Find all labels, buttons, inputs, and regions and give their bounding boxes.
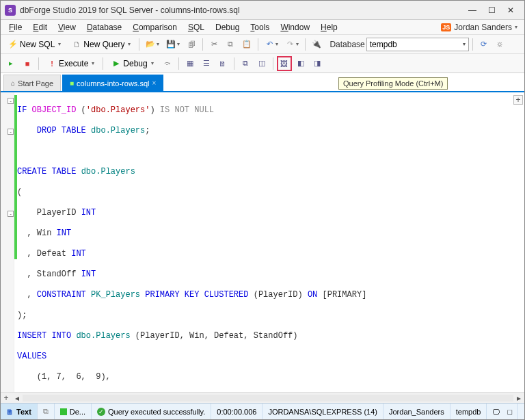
- maximize-button[interactable]: ☐: [482, 3, 501, 17]
- play-green-icon: ▶: [111, 59, 121, 68]
- status-connection[interactable]: De...: [55, 404, 92, 419]
- step-over-button[interactable]: ⤼: [160, 56, 175, 71]
- scroll-plus-icon[interactable]: +: [1, 393, 12, 403]
- scroll-left-icon[interactable]: ◂: [12, 393, 23, 403]
- paste-button[interactable]: 📋: [239, 37, 254, 52]
- tooltip: Query Profiling Mode (Ctrl+M): [338, 77, 448, 90]
- status-view-toggle[interactable]: 🖵 □: [487, 404, 518, 419]
- menu-edit[interactable]: Edit: [27, 21, 53, 34]
- menu-bar: File Edit View Database Comparison SQL D…: [1, 20, 524, 35]
- monitor-icon: 🖵: [492, 408, 500, 416]
- scissors-icon: ✂: [209, 40, 219, 49]
- include-stats-button[interactable]: ◫: [254, 56, 269, 71]
- status-message: ✓Query executed successfully.: [92, 404, 211, 419]
- execute-button[interactable]: !Execute: [42, 56, 99, 71]
- trace-button[interactable]: ◧: [293, 56, 308, 71]
- stop-button[interactable]: ■: [20, 56, 35, 71]
- menu-sql[interactable]: SQL: [183, 21, 210, 34]
- status-mode[interactable]: 🗎Text: [1, 404, 38, 419]
- results-to-grid-button[interactable]: ▦: [183, 56, 198, 71]
- app-icon: S: [5, 5, 16, 16]
- trace2-button[interactable]: ◨: [310, 56, 325, 71]
- menu-debug[interactable]: Debug: [210, 21, 245, 34]
- grid-icon: ▦: [185, 59, 195, 68]
- step-icon: ⤼: [163, 59, 172, 68]
- user-name: Jordan Sanders: [454, 23, 512, 32]
- plan-icon: ⧉: [241, 59, 250, 68]
- green-square-icon: [60, 408, 67, 415]
- menu-help[interactable]: Help: [315, 21, 343, 34]
- new-query-button[interactable]: 🗋New Query: [67, 37, 135, 52]
- execute-icon: !: [47, 59, 57, 68]
- tool-misc-button[interactable]: ⛭: [493, 37, 508, 52]
- folder-open-icon: 📂: [146, 40, 155, 49]
- new-sql-button[interactable]: ⚡New SQL: [3, 37, 66, 52]
- fold-toggle[interactable]: -: [8, 129, 14, 135]
- add-pane-button[interactable]: +: [513, 95, 523, 105]
- copy-button[interactable]: ⧉: [223, 37, 238, 52]
- copy-icon: ⧉: [226, 40, 235, 49]
- undo-button[interactable]: ↶: [262, 37, 281, 52]
- open-button[interactable]: 📂: [143, 37, 162, 52]
- menu-tools[interactable]: Tools: [245, 21, 275, 34]
- database-label: Database: [329, 40, 364, 49]
- status-login: Jordan_Sanders: [383, 404, 450, 419]
- tab-start-page[interactable]: ⌂Start Page: [3, 75, 61, 91]
- document-tabs: ⌂Start Page ■columns-into-rows.sql× Quer…: [1, 73, 524, 92]
- results-to-file-button[interactable]: 🗎: [215, 56, 230, 71]
- menu-database[interactable]: Database: [81, 21, 127, 34]
- menu-window[interactable]: Window: [275, 21, 315, 34]
- minimize-button[interactable]: —: [463, 3, 482, 17]
- status-conn-indicator[interactable]: ⧉: [38, 404, 55, 419]
- tab-active-file[interactable]: ■columns-into-rows.sql×: [62, 75, 163, 91]
- check-icon: ✓: [97, 408, 105, 416]
- paste-icon: 📋: [242, 40, 252, 49]
- title-bar: S dbForge Studio 2019 for SQL Server - c…: [1, 1, 524, 20]
- user-account[interactable]: JS Jordan Sanders ▾: [437, 23, 522, 32]
- status-server: JORDANSA\SQLEXPRESS (14): [262, 404, 383, 419]
- text-icon: ☰: [202, 59, 211, 68]
- gear-icon: ⛭: [496, 40, 505, 49]
- scroll-track[interactable]: [23, 395, 513, 402]
- close-button[interactable]: ✕: [501, 3, 520, 17]
- cut-button[interactable]: ✂: [206, 37, 221, 52]
- include-plan-button[interactable]: ⧉: [238, 56, 253, 71]
- menu-view[interactable]: View: [53, 21, 81, 34]
- window-title: dbForge Studio 2019 for SQL Server - col…: [20, 5, 463, 15]
- database-combo[interactable]: tempdb: [366, 38, 469, 51]
- fold-toggle[interactable]: -: [8, 211, 14, 217]
- redo-icon: ↷: [285, 40, 295, 49]
- status-spacer: [518, 404, 525, 419]
- square-icon: □: [507, 408, 512, 416]
- main-toolbar: ⚡New SQL 🗋New Query 📂 💾 🗐 ✂ ⧉ 📋 ↶ ↷ 🔌 Da…: [1, 35, 524, 54]
- undo-icon: ↶: [265, 40, 274, 49]
- stop-red-icon: ■: [23, 59, 32, 68]
- refresh-button[interactable]: ⟳: [476, 37, 492, 52]
- trace2-icon: ◨: [312, 59, 322, 68]
- run-to-cursor-button[interactable]: ▸: [3, 56, 18, 71]
- save-button[interactable]: 💾: [163, 37, 183, 52]
- status-bar: 🗎Text ⧉ De... ✓Query executed successful…: [1, 403, 524, 419]
- redo-button[interactable]: ↷: [282, 37, 301, 52]
- scroll-right-icon[interactable]: ▸: [513, 393, 524, 403]
- query-profiling-button[interactable]: 🖼: [277, 56, 292, 71]
- code-editor[interactable]: - - - IF OBJECT_ID ('dbo.Players') IS NO…: [1, 92, 524, 392]
- plug-icon: 🔌: [312, 40, 321, 49]
- debug-button[interactable]: ▶Debug: [107, 56, 158, 71]
- user-badge-icon: JS: [441, 23, 451, 31]
- trace-icon: ◧: [296, 59, 306, 68]
- horizontal-scrollbar[interactable]: + ◂ ▸: [1, 392, 524, 403]
- results-to-text-button[interactable]: ☰: [199, 56, 214, 71]
- page-icon: 🗋: [72, 40, 81, 49]
- connect-button[interactable]: 🔌: [309, 37, 324, 52]
- menu-file[interactable]: File: [3, 21, 27, 34]
- save-all-button[interactable]: 🗐: [184, 37, 199, 52]
- code-area[interactable]: IF OBJECT_ID ('dbo.Players') IS NOT NULL…: [14, 92, 524, 392]
- gutter: [1, 92, 14, 392]
- fold-toggle[interactable]: -: [8, 98, 14, 104]
- stats-icon: ◫: [257, 59, 267, 68]
- status-db: tempdb: [450, 404, 487, 419]
- menu-comparison[interactable]: Comparison: [127, 21, 183, 34]
- bolt-icon: ⚡: [8, 40, 18, 49]
- tab-close-icon[interactable]: ×: [152, 79, 156, 87]
